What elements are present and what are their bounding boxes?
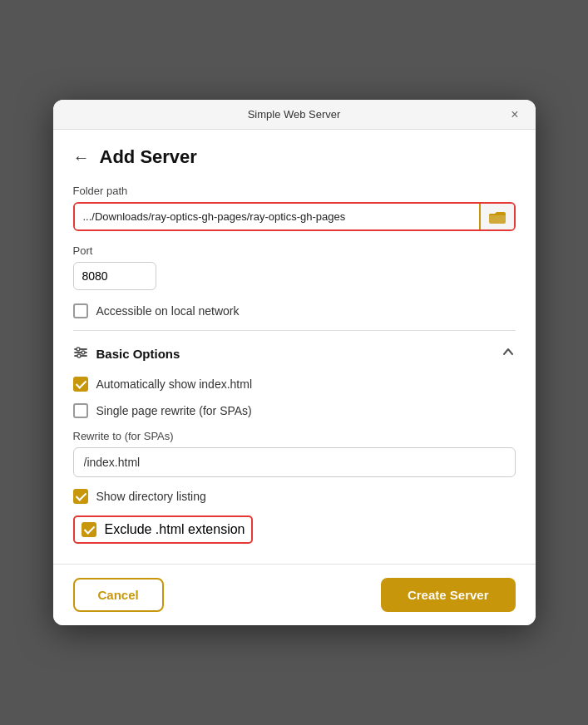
folder-icon: [489, 210, 506, 224]
port-label: Port: [73, 244, 516, 257]
spa-rewrite-row: Single page rewrite (for SPAs): [73, 403, 516, 418]
rewrite-to-label: Rewrite to (for SPAs): [73, 430, 516, 442]
folder-path-wrapper: [73, 202, 516, 231]
options-icon: [73, 345, 88, 360]
folder-browse-button[interactable]: [479, 204, 514, 229]
spa-rewrite-checkbox[interactable]: [73, 403, 88, 418]
content-area: ← Add Server Folder path Port Accessible…: [53, 130, 536, 564]
auto-index-row: Automatically show index.html: [73, 377, 516, 392]
basic-options-title: Basic Options: [96, 347, 180, 361]
page-title: Add Server: [100, 146, 197, 168]
port-input[interactable]: [73, 262, 156, 290]
section-divider: [73, 330, 516, 331]
accessible-checkbox[interactable]: [73, 303, 88, 318]
folder-path-input[interactable]: [75, 204, 479, 229]
auto-index-label[interactable]: Automatically show index.html: [96, 377, 253, 391]
rewrite-to-input[interactable]: [73, 447, 516, 477]
show-directory-row: Show directory listing: [73, 489, 516, 504]
svg-point-4: [77, 348, 80, 351]
exclude-html-row: Exclude .html extension: [73, 515, 254, 544]
auto-index-checkbox[interactable]: [73, 377, 88, 392]
folder-path-label: Folder path: [73, 185, 516, 197]
exclude-html-label[interactable]: Exclude .html extension: [105, 522, 245, 537]
window-title: Simple Web Server: [248, 108, 341, 121]
footer: Cancel Create Server: [53, 564, 536, 625]
show-directory-label[interactable]: Show directory listing: [96, 490, 206, 503]
title-bar: Simple Web Server ×: [53, 100, 536, 130]
close-button[interactable]: ×: [506, 106, 523, 123]
svg-point-5: [82, 351, 85, 354]
section-title-wrap: Basic Options: [73, 345, 180, 363]
cancel-button[interactable]: Cancel: [73, 578, 164, 612]
svg-point-6: [77, 354, 81, 358]
create-server-button[interactable]: Create Server: [381, 578, 516, 612]
sliders-icon: [73, 345, 88, 363]
back-button[interactable]: ←: [73, 149, 90, 165]
chevron-up-icon[interactable]: [501, 344, 516, 363]
exclude-html-checkbox[interactable]: [82, 522, 96, 537]
basic-options-header: Basic Options: [73, 344, 516, 363]
spa-rewrite-label[interactable]: Single page rewrite (for SPAs): [96, 404, 252, 417]
accessible-row: Accessible on local network: [73, 303, 516, 318]
accessible-label[interactable]: Accessible on local network: [96, 304, 240, 318]
main-window: Simple Web Server × ← Add Server Folder …: [53, 100, 536, 625]
show-directory-checkbox[interactable]: [73, 489, 88, 504]
page-header: ← Add Server: [73, 146, 516, 168]
